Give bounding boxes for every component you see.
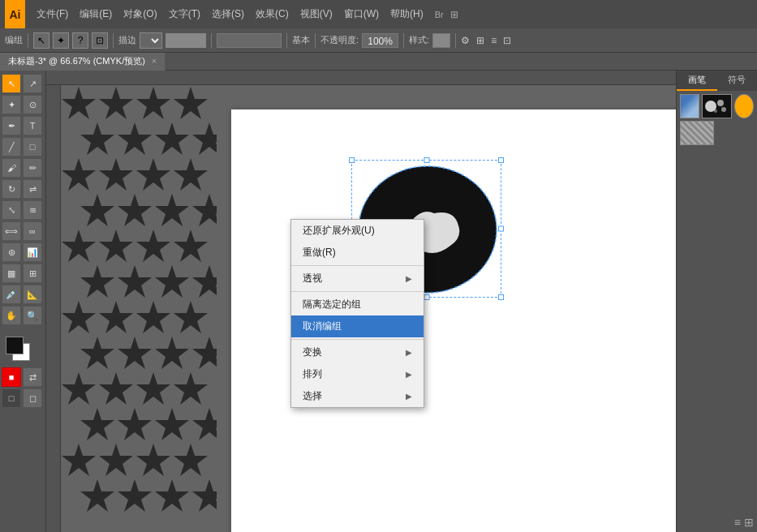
svg-point-6 [714, 109, 717, 113]
artboard-tool[interactable]: ⊞ [23, 264, 42, 283]
panel-content [677, 91, 757, 532]
blend-tool[interactable]: ∞ [23, 221, 42, 241]
tool-row-7: ⤡ ≋ [2, 200, 44, 220]
ctx-perspective-label: 透视 [303, 272, 322, 285]
toolbar-sep-6 [403, 33, 404, 48]
question-icon[interactable]: ? [72, 32, 88, 49]
ctx-ungroup[interactable]: 取消编组 [291, 315, 424, 337]
scale-tool[interactable]: ⤡ [2, 200, 21, 220]
ctx-redo[interactable]: 重做(R) [291, 242, 424, 264]
ctx-select-label: 选择 [303, 389, 322, 403]
zoom-tool[interactable]: 🔍 [23, 306, 42, 325]
warp-tool[interactable]: ≋ [23, 200, 42, 220]
toolbar: 编组 ↖ ✦ ? ⊡ 描边 基本 不透明度: 100% 样式: ⚙ ⊞ ≡ ⊡ [0, 28, 757, 53]
tab-close-button[interactable]: × [152, 57, 157, 66]
normal-view-btn[interactable]: □ [2, 388, 21, 408]
ctx-transform-arrow: ▶ [406, 348, 412, 357]
right-panel: 画笔 符号 ≡ [676, 71, 757, 532]
rect-tool[interactable]: □ [23, 137, 42, 157]
menu-file[interactable]: 文件(F) [32, 6, 73, 23]
brush-swatch-black[interactable] [702, 94, 732, 118]
arrange-icon[interactable]: ≡ [491, 35, 497, 46]
paintbrush-tool[interactable]: 🖌 [2, 158, 21, 178]
line-tool[interactable]: ╱ [2, 137, 21, 157]
brush-swatch-gold[interactable] [734, 94, 754, 118]
title-bar: Ai 文件(F) 编辑(E) 对象(O) 文字(T) 选择(S) 效果(C) 视… [0, 0, 757, 28]
ctx-restore-appearance[interactable]: 还原扩展外观(U) [291, 220, 424, 242]
ctx-transform[interactable]: 变换 ▶ [291, 341, 424, 363]
ctx-arrange[interactable]: 排列 ▶ [291, 363, 424, 385]
menu-view[interactable]: 视图(V) [295, 6, 338, 23]
graph-tool[interactable]: 📊 [23, 242, 42, 262]
width-tool[interactable]: ⟺ [2, 221, 21, 241]
opacity-value[interactable]: 100% [362, 33, 398, 48]
panel-library-icon[interactable]: ≡ [734, 516, 741, 529]
ctx-sep-2 [291, 291, 424, 292]
ctx-transform-label: 变换 [303, 345, 322, 359]
eyedropper-tool[interactable]: 💉 [2, 285, 21, 304]
panel-tab-symbol[interactable]: 符号 [717, 71, 758, 91]
toolbar-sep-1 [28, 33, 28, 48]
ctx-isolate-group-label: 隔离选定的组 [303, 298, 361, 311]
toolbar-sep-5 [315, 33, 316, 48]
stroke-select[interactable] [140, 32, 162, 49]
panel-menu-icon[interactable]: ⊞ [744, 516, 754, 529]
hand-tool[interactable]: ✋ [2, 306, 21, 325]
panel-tab-brush[interactable]: 画笔 [677, 71, 717, 91]
select-tool[interactable]: ↖ [2, 74, 21, 93]
ctx-restore-appearance-label: 还原扩展外观(U) [303, 224, 375, 238]
ctx-select[interactable]: 选择 ▶ [291, 385, 424, 407]
pencil-tool[interactable]: ✏ [23, 158, 42, 178]
transform2-icon[interactable]: ⊡ [503, 35, 511, 46]
panel-swatch-row-2 [680, 121, 754, 145]
menu-object[interactable]: 对象(O) [118, 6, 161, 23]
handle-tm [424, 157, 429, 163]
select-tool-icon[interactable]: ↖ [33, 32, 49, 49]
tab-main[interactable]: 未标题-3* @ 66.67% (CMYK/预览) × [0, 53, 166, 71]
menu-help[interactable]: 帮助(H) [385, 6, 428, 23]
grid-icon: ⊞ [450, 9, 458, 20]
menu-select[interactable]: 选择(S) [207, 6, 249, 23]
menu-text[interactable]: 文字(T) [164, 6, 205, 23]
measure-tool[interactable]: 📐 [23, 285, 42, 304]
tool-row-10: ▦ ⊞ [2, 264, 44, 283]
ctx-isolate-group[interactable]: 隔离选定的组 [291, 294, 424, 315]
handle-br [498, 294, 504, 300]
style-label: 样式: [409, 34, 429, 46]
ctx-arrange-label: 排列 [303, 367, 322, 381]
ctx-select-arrow: ▶ [406, 392, 412, 401]
handle-bm [424, 294, 429, 300]
type-tool[interactable]: T [23, 116, 42, 135]
brush-swatch-blue[interactable] [680, 94, 699, 118]
fill-swatch[interactable] [6, 337, 24, 354]
br-icon: Br [435, 10, 444, 19]
menu-effect[interactable]: 效果(C) [251, 6, 294, 23]
menu-edit[interactable]: 编辑(E) [75, 6, 117, 23]
tool-row-8: ⟺ ∞ [2, 221, 44, 241]
rotate-tool[interactable]: ↻ [2, 179, 21, 199]
pen-tool[interactable]: ✒ [2, 116, 21, 135]
view-icon[interactable]: ⊞ [476, 35, 484, 46]
right-panel-tabs: 画笔 符号 [677, 71, 757, 91]
panel-bottom-icons: ≡ ⊞ [734, 516, 754, 529]
color-mode-btn[interactable]: ■ [2, 367, 21, 387]
color-swap-btn[interactable]: ⇄ [23, 367, 42, 387]
magic-wand-tool[interactable]: ✦ [2, 95, 21, 114]
direct-select-tool[interactable]: ↗ [23, 74, 42, 93]
reflect-tool[interactable]: ⇌ [23, 179, 42, 199]
transform-icon[interactable]: ⊡ [92, 32, 108, 49]
left-ruler [46, 85, 61, 532]
lasso-tool[interactable]: ⊙ [23, 95, 42, 114]
settings-icon[interactable]: ⚙ [461, 35, 470, 46]
menu-window[interactable]: 窗口(W) [339, 6, 384, 23]
column-graph-tool[interactable]: ▦ [2, 264, 21, 283]
ctx-arrange-arrow: ▶ [406, 370, 412, 379]
color-swatches [4, 335, 41, 364]
magic-wand-icon[interactable]: ✦ [53, 32, 69, 49]
ctx-sep-3 [291, 339, 424, 340]
screen-mode-btn[interactable]: ◻ [23, 388, 42, 408]
canvas-inner[interactable]: 还原扩展外观(U) 重做(R) 透视 ▶ 隔离选定的组 取消编组 [61, 85, 676, 532]
symbol-tool[interactable]: ⊛ [2, 242, 21, 262]
brush-swatch-gray[interactable] [680, 121, 714, 145]
ctx-perspective[interactable]: 透视 ▶ [291, 268, 424, 290]
